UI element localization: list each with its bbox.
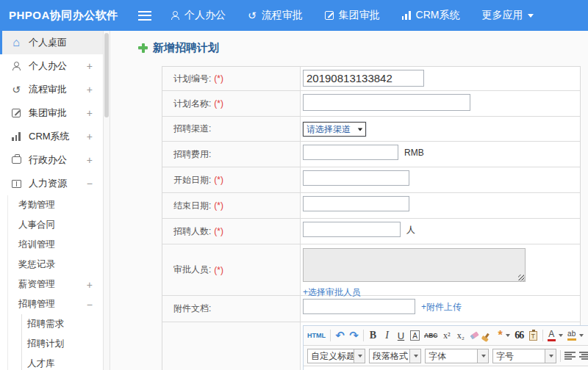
field-label: 计划名称: (*): [162, 91, 301, 116]
field-label: 计划编号: (*): [162, 67, 301, 90]
toolbar-separator: [560, 350, 561, 362]
border-text-button[interactable]: A: [410, 330, 420, 341]
expand-indicator: +: [87, 60, 93, 72]
scrollbar-thumb[interactable]: [104, 33, 109, 117]
caret-down-icon: [481, 355, 486, 358]
channel-select[interactable]: 请选择渠道: [303, 122, 366, 137]
expand-indicator: +: [87, 279, 93, 291]
underline-button[interactable]: U: [396, 328, 406, 343]
font-color-button[interactable]: A: [548, 328, 563, 343]
sub-item-label: 考勤管理: [18, 199, 55, 211]
nav-workflow-approval[interactable]: 流程审批: [248, 9, 303, 22]
sidebar-item-attendance[interactable]: 考勤管理: [8, 195, 103, 215]
burger-bar: [138, 15, 151, 16]
align-center-button[interactable]: [579, 349, 588, 363]
color-bar: [548, 339, 556, 341]
sidebar-item-recruit-mgmt[interactable]: 招聘管理 −: [8, 294, 103, 314]
caret-down-icon: [506, 334, 510, 337]
expand-indicator: +: [87, 84, 93, 95]
field-label: [162, 322, 301, 370]
sidebar-item-group-approval[interactable]: 集团审批 +: [0, 101, 103, 125]
auto-typeset-button[interactable]: *: [498, 328, 509, 343]
sidebar-item-label: 人力资源: [29, 177, 67, 190]
field-label: 招聘费用:: [162, 142, 301, 167]
font-family-select[interactable]: 字体: [425, 349, 489, 363]
sub-item-label: 薪资管理: [18, 278, 55, 291]
sidebar-item-admin-office[interactable]: 行政办公 +: [0, 148, 103, 172]
chart-icon: [402, 11, 411, 20]
sidebar-item-desktop[interactable]: 个人桌面: [0, 31, 103, 54]
sidebar-item-rewards[interactable]: 奖惩记录: [8, 255, 103, 275]
headcount-input[interactable]: [303, 222, 401, 237]
sidebar-scrollbar[interactable]: [103, 31, 110, 370]
paragraph-format-select[interactable]: 段落格式: [369, 349, 421, 363]
sidebar-item-training[interactable]: 培训管理: [8, 235, 103, 255]
italic-button[interactable]: I: [382, 328, 392, 343]
highlight-letters: ab: [567, 330, 576, 338]
paste-button[interactable]: [528, 328, 538, 343]
editor-toolbar-row1: HTML ↶ ↷ B I U A ABC x² x₂: [304, 326, 588, 346]
field-label-text: 附件文档:: [173, 302, 211, 315]
sub-item-label: 人事合同: [18, 219, 55, 231]
font-color-letter: A: [548, 330, 554, 338]
caret-down-icon: [579, 334, 584, 337]
menu-toggle-icon[interactable]: [138, 11, 151, 21]
redo-button[interactable]: ↷: [349, 328, 359, 343]
sidebar-item-hr[interactable]: 人力资源 −: [0, 172, 103, 195]
caret-box: [478, 349, 489, 363]
sidebar-item-personal-office[interactable]: 个人办公 +: [0, 54, 103, 78]
start-date-input[interactable]: [303, 170, 409, 186]
sidebar-item-workflow-approval[interactable]: 流程审批 +: [0, 78, 103, 101]
toolbar-separator: [363, 330, 364, 341]
attachment-input[interactable]: [303, 299, 415, 314]
blockquote-button[interactable]: 66: [514, 328, 524, 343]
superscript-button[interactable]: x²: [442, 328, 451, 343]
undo-button[interactable]: ↶: [335, 328, 345, 343]
attachment-upload-link[interactable]: +附件上传: [421, 302, 462, 312]
plan-name-input[interactable]: [303, 94, 470, 111]
nav-crm-system[interactable]: CRM系统: [402, 9, 460, 22]
sidebar-item-salary[interactable]: 薪资管理 +: [8, 275, 103, 294]
sidebar-item-crm[interactable]: CRM系统 +: [0, 125, 103, 148]
caret-down-icon: [559, 334, 563, 337]
sidebar-item-recruit-demand[interactable]: 招聘需求: [22, 314, 103, 334]
main-content: 新增招聘计划 计划编号: (*) 计划名称: (*): [110, 31, 588, 370]
editor-content-area[interactable]: [304, 366, 588, 370]
nav-group-approval[interactable]: 集团审批: [325, 9, 380, 22]
form-row-fee: 招聘费用: RMB: [162, 142, 580, 167]
format-brush-button[interactable]: [484, 328, 493, 343]
eraser-button[interactable]: [470, 328, 479, 343]
sub-item-label: 招聘需求: [27, 318, 64, 330]
sidebar-item-talent-pool[interactable]: 人才库: [22, 354, 103, 370]
caret-down-icon: [358, 355, 362, 358]
select-value: 自定义标题: [307, 349, 354, 363]
sub-item-label: 招聘计划: [27, 338, 64, 350]
edit-icon: [325, 11, 334, 20]
custom-title-select[interactable]: 自定义标题: [307, 349, 365, 363]
required-mark: (*): [214, 226, 223, 236]
caret-down-icon: [358, 128, 362, 131]
html-source-button[interactable]: HTML: [307, 328, 326, 343]
plan-no-input[interactable]: [303, 70, 424, 87]
sidebar-item-hr-contract[interactable]: 人事合同: [8, 215, 103, 235]
sidebar-item-recruit-plan[interactable]: 招聘计划: [22, 334, 103, 354]
channel-select-value: 请选择渠道: [306, 123, 351, 136]
align-left-button[interactable]: [564, 349, 576, 363]
form-row-start-date: 开始日期: (*): [162, 167, 580, 193]
nav-more-apps[interactable]: 更多应用: [481, 9, 534, 22]
nav-personal-office[interactable]: 个人办公: [171, 9, 226, 22]
end-date-input[interactable]: [303, 196, 409, 211]
select-value: 段落格式: [369, 349, 410, 363]
caret-down-icon: [549, 355, 553, 358]
font-size-select[interactable]: 字号: [492, 349, 556, 363]
strikethrough-button[interactable]: ABC: [424, 328, 437, 343]
fee-input[interactable]: [303, 145, 398, 160]
sub-item-label: 培训管理: [18, 239, 55, 251]
highlight-button[interactable]: ab: [567, 328, 584, 343]
approver-textarea[interactable]: [303, 248, 526, 282]
sub-item-label: 奖惩记录: [18, 258, 55, 271]
bold-button[interactable]: B: [368, 328, 378, 343]
form-row-end-date: 结束日期: (*): [162, 193, 580, 219]
subscript-button[interactable]: x₂: [456, 328, 465, 343]
home-icon: [10, 37, 22, 48]
